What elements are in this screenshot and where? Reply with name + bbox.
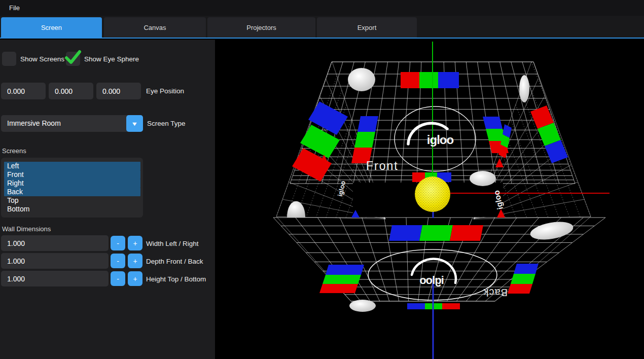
- menu-file[interactable]: File: [9, 4, 20, 12]
- screen-type-label: Screen Type: [147, 120, 186, 127]
- check-icon: [64, 49, 82, 67]
- tab-projectors[interactable]: Projectors: [207, 17, 315, 38]
- depth-increment-button[interactable]: +: [128, 254, 142, 268]
- svg-text:Back: Back: [483, 287, 508, 298]
- width-left-right-label: Width Left / Right: [146, 240, 199, 247]
- show-screens-checkbox[interactable]: [2, 52, 16, 66]
- svg-text:igloo: igloo: [420, 274, 444, 286]
- eye-position-z-input[interactable]: [96, 83, 141, 99]
- tab-screen[interactable]: Screen: [1, 17, 102, 38]
- depth-front-back-input[interactable]: [1, 253, 109, 269]
- eye-position-y-input[interactable]: [49, 83, 93, 99]
- screen-item-right[interactable]: Right: [4, 179, 140, 188]
- igloo-logo-top: igloo: [408, 123, 453, 147]
- tab-bar: Screen Canvas Projectors Export: [0, 16, 644, 39]
- wall-dimensions-label: Wall Dimensions: [2, 225, 51, 233]
- height-increment-button[interactable]: +: [128, 271, 142, 286]
- tab-export[interactable]: Export: [317, 17, 417, 38]
- screen-item-top[interactable]: Top: [4, 196, 140, 205]
- show-screens-label: Show Screens: [20, 55, 64, 63]
- width-decrement-button[interactable]: -: [111, 236, 125, 250]
- height-decrement-button[interactable]: -: [111, 271, 125, 286]
- height-top-bottom-input[interactable]: [1, 271, 109, 286]
- depth-front-back-label: Depth Front / Back: [146, 258, 203, 265]
- front-wall-label: Front: [366, 159, 399, 172]
- tab-canvas[interactable]: Canvas: [104, 17, 206, 38]
- depth-decrement-button[interactable]: -: [111, 254, 125, 268]
- settings-panel: Show Screens Show Eye Sphere Eye Positio…: [0, 40, 215, 359]
- screens-label: Screens: [2, 147, 26, 155]
- screen-item-bottom[interactable]: Bottom: [4, 205, 140, 213]
- height-top-bottom-label: Height Top / Bottom: [146, 275, 206, 283]
- back-wall-label: Back: [483, 287, 508, 298]
- scene-3d[interactable]: igloo igloo igloo igloo Front Back: [215, 40, 644, 359]
- svg-text:igloo: igloo: [427, 133, 454, 147]
- width-increment-button[interactable]: +: [128, 236, 142, 250]
- viewport-3d[interactable]: igloo igloo igloo igloo Front Back: [215, 40, 644, 359]
- screens-listbox[interactable]: Left Front Right Back Top Bottom: [1, 158, 143, 218]
- chevron-down-icon: ▼: [131, 121, 138, 127]
- screen-type-dropdown-button[interactable]: ▼: [126, 115, 143, 132]
- screen-item-back[interactable]: Back: [4, 188, 140, 196]
- screen-type-select[interactable]: Immersive Room ▼: [1, 115, 143, 132]
- screen-item-front[interactable]: Front: [4, 170, 140, 179]
- screen-type-value: Immersive Room: [7, 119, 61, 127]
- show-eye-sphere-checkbox[interactable]: [66, 52, 80, 66]
- width-left-right-input[interactable]: [1, 235, 109, 251]
- menu-bar: File: [0, 0, 644, 16]
- screen-item-left[interactable]: Left: [4, 162, 140, 170]
- show-eye-sphere-label: Show Eye Sphere: [84, 55, 139, 63]
- eye-position-x-input[interactable]: [1, 83, 46, 99]
- eye-position-label: Eye Position: [146, 87, 184, 95]
